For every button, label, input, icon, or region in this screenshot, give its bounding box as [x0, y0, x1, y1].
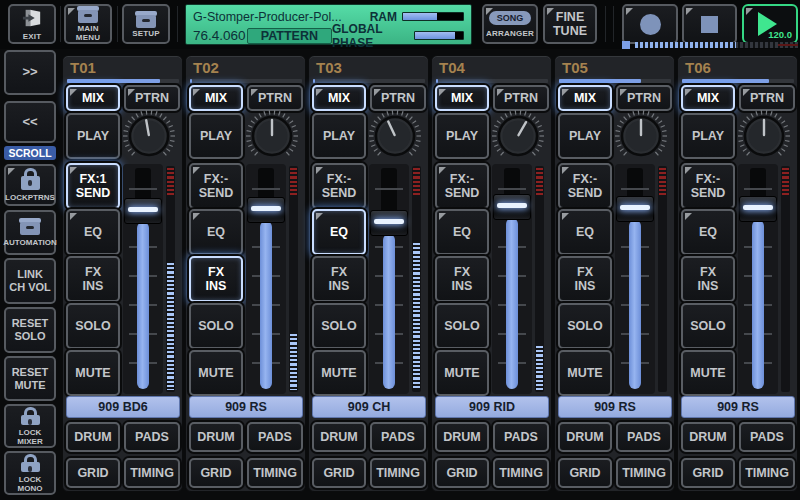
pads-button[interactable]: PADS — [247, 422, 303, 452]
timing-button[interactable]: TIMING — [616, 458, 672, 488]
pads-button[interactable]: PADS — [124, 422, 180, 452]
volume-knob[interactable] — [490, 108, 546, 164]
play-channel-button[interactable]: PLAY — [435, 113, 489, 159]
fx-insert-button[interactable]: FXINS — [66, 256, 120, 302]
reset-mute-button[interactable]: RESET MUTE — [4, 356, 56, 401]
drum-button[interactable]: DRUM — [189, 422, 243, 452]
drum-button[interactable]: DRUM — [681, 422, 735, 452]
grid-button[interactable]: GRID — [66, 458, 120, 488]
play-channel-button[interactable]: PLAY — [681, 113, 735, 159]
volume-fader[interactable] — [615, 164, 655, 394]
mute-button[interactable]: MUTE — [681, 350, 735, 396]
fx-send-button[interactable]: FX:-SEND — [312, 163, 366, 209]
solo-button[interactable]: SOLO — [681, 303, 735, 349]
solo-button[interactable]: SOLO — [312, 303, 366, 349]
scroll-right-button[interactable]: >> — [4, 50, 56, 95]
volume-knob[interactable] — [736, 108, 792, 164]
fx-send-button[interactable]: FX:-SEND — [435, 163, 489, 209]
song-arranger-button[interactable]: SONG ARRANGER — [482, 4, 538, 44]
automation-button[interactable]: AUTOMATION — [4, 210, 56, 255]
pads-button[interactable]: PADS — [493, 422, 549, 452]
eq-button[interactable]: EQ — [435, 209, 489, 255]
fx-insert-button[interactable]: FXINS — [681, 256, 735, 302]
eq-button[interactable]: EQ — [312, 209, 366, 255]
lock-patterns-button[interactable]: LOCKPTRNS — [4, 164, 56, 206]
sample-name[interactable]: 909 BD6 — [66, 396, 180, 418]
sample-name[interactable]: 909 RS — [189, 396, 303, 418]
pads-button[interactable]: PADS — [616, 422, 672, 452]
fine-tune-button[interactable]: FINE TUNE — [543, 4, 597, 44]
fx-insert-button[interactable]: FXINS — [312, 256, 366, 302]
mix-button[interactable]: MIX — [558, 85, 612, 111]
fx-insert-button[interactable]: FXINS — [435, 256, 489, 302]
fader-handle[interactable] — [247, 197, 285, 223]
mix-button[interactable]: MIX — [312, 85, 366, 111]
fx-send-button[interactable]: FX:1SEND — [66, 163, 120, 209]
volume-knob[interactable] — [121, 108, 177, 164]
drum-button[interactable]: DRUM — [558, 422, 612, 452]
fader-handle[interactable] — [739, 196, 777, 222]
volume-knob[interactable] — [613, 108, 669, 164]
lcd-display[interactable]: G-Stomper-Producer-Pol... RAM 76.4.060 P… — [185, 4, 472, 45]
play-button[interactable]: 120.0 — [742, 4, 798, 44]
fx-send-button[interactable]: FX:-SEND — [558, 163, 612, 209]
eq-button[interactable]: EQ — [66, 209, 120, 255]
mix-button[interactable]: MIX — [66, 85, 120, 111]
mute-button[interactable]: MUTE — [312, 350, 366, 396]
play-channel-button[interactable]: PLAY — [312, 113, 366, 159]
drum-button[interactable]: DRUM — [312, 422, 366, 452]
solo-button[interactable]: SOLO — [66, 303, 120, 349]
reset-solo-button[interactable]: RESET SOLO — [4, 307, 56, 353]
volume-knob[interactable] — [244, 108, 300, 164]
grid-button[interactable]: GRID — [312, 458, 366, 488]
fader-handle[interactable] — [370, 210, 408, 236]
play-channel-button[interactable]: PLAY — [66, 113, 120, 159]
record-button[interactable] — [622, 4, 678, 44]
volume-fader[interactable] — [123, 164, 163, 394]
timing-button[interactable]: TIMING — [493, 458, 549, 488]
mix-button[interactable]: MIX — [681, 85, 735, 111]
setup-button[interactable]: SETUP — [122, 4, 170, 44]
drum-button[interactable]: DRUM — [66, 422, 120, 452]
pads-button[interactable]: PADS — [739, 422, 795, 452]
sample-name[interactable]: 909 RID — [435, 396, 549, 418]
lock-mixer-button[interactable]: LOCK MIXER — [4, 404, 56, 448]
timing-button[interactable]: TIMING — [370, 458, 426, 488]
solo-button[interactable]: SOLO — [435, 303, 489, 349]
sample-name[interactable]: 909 RS — [558, 396, 672, 418]
mix-button[interactable]: MIX — [435, 85, 489, 111]
sample-name[interactable]: 909 CH — [312, 396, 426, 418]
grid-button[interactable]: GRID — [558, 458, 612, 488]
mute-button[interactable]: MUTE — [66, 350, 120, 396]
mute-button[interactable]: MUTE — [558, 350, 612, 396]
timing-button[interactable]: TIMING — [739, 458, 795, 488]
drum-button[interactable]: DRUM — [435, 422, 489, 452]
pattern-mode-chip[interactable]: PATTERN — [247, 28, 332, 44]
exit-button[interactable]: EXIT — [8, 4, 56, 44]
main-menu-button[interactable]: MAIN MENU — [64, 4, 112, 44]
stop-button[interactable] — [682, 4, 737, 44]
timing-button[interactable]: TIMING — [124, 458, 180, 488]
pads-button[interactable]: PADS — [370, 422, 426, 452]
eq-button[interactable]: EQ — [189, 209, 243, 255]
volume-knob[interactable] — [367, 108, 423, 164]
timing-button[interactable]: TIMING — [247, 458, 303, 488]
grid-button[interactable]: GRID — [435, 458, 489, 488]
fx-send-button[interactable]: FX:-SEND — [681, 163, 735, 209]
grid-button[interactable]: GRID — [189, 458, 243, 488]
play-channel-button[interactable]: PLAY — [189, 113, 243, 159]
fader-handle[interactable] — [616, 196, 654, 222]
fader-handle[interactable] — [124, 198, 162, 224]
play-channel-button[interactable]: PLAY — [558, 113, 612, 159]
fx-insert-button[interactable]: FXINS — [558, 256, 612, 302]
solo-button[interactable]: SOLO — [189, 303, 243, 349]
fx-insert-button[interactable]: FXINS — [189, 256, 243, 302]
volume-fader[interactable] — [246, 164, 286, 394]
fader-handle[interactable] — [493, 194, 531, 220]
volume-fader[interactable] — [369, 164, 409, 394]
lock-mono-button[interactable]: LOCK MONO — [4, 451, 56, 495]
grid-button[interactable]: GRID — [681, 458, 735, 488]
scroll-left-button[interactable]: << — [4, 101, 56, 143]
volume-fader[interactable] — [492, 164, 532, 394]
volume-fader[interactable] — [738, 164, 778, 394]
